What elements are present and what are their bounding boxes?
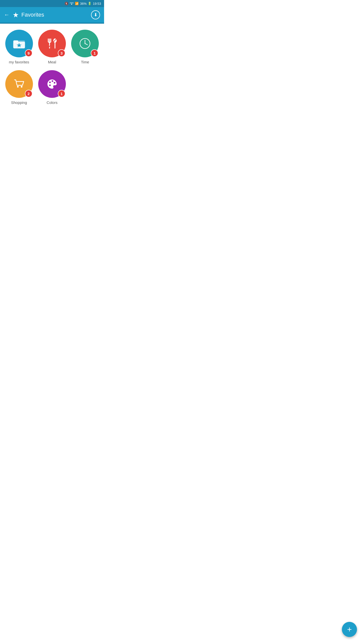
badge-time: 1: [91, 49, 98, 57]
svg-point-18: [54, 82, 56, 84]
svg-rect-2: [13, 41, 18, 43]
wifi-icon: [70, 2, 74, 6]
battery-text: 36%: [80, 2, 86, 6]
download-icon: ⬇: [94, 12, 98, 18]
label-time: Time: [81, 60, 89, 64]
badge-colors: 1: [58, 90, 65, 97]
palette-icon: [46, 78, 58, 90]
grid-item-shopping[interactable]: 2 Shopping: [4, 70, 34, 105]
fork-spoon-icon: [46, 37, 58, 50]
grid-item-colors[interactable]: 1 Colors: [37, 70, 67, 105]
download-button[interactable]: ⬇: [91, 10, 100, 19]
status-bar: 🔇 📶 36% 🔋 19:53: [0, 0, 104, 7]
back-button[interactable]: ←: [4, 12, 10, 18]
circle-wrap-my-favorites: 9: [5, 30, 33, 57]
svg-point-17: [52, 80, 53, 82]
label-meal: Meal: [48, 60, 56, 64]
circle-wrap-time: 1: [71, 30, 99, 57]
circle-wrap-shopping: 2: [5, 70, 33, 98]
star-folder-icon: [13, 37, 25, 50]
page-title: Favorites: [21, 12, 91, 18]
badge-meal: 3: [58, 49, 65, 57]
time-text: 19:53: [93, 2, 101, 6]
circle-wrap-meal: 3: [38, 30, 66, 57]
clock-icon: [79, 37, 91, 50]
signal-icon: 📶: [75, 2, 79, 5]
grid-item-meal[interactable]: 3 Meal: [37, 30, 67, 64]
svg-point-14: [17, 86, 19, 88]
star-icon: ★: [13, 11, 19, 19]
top-bar: ← ★ Favorites ⬇: [0, 7, 104, 23]
svg-point-16: [49, 82, 51, 83]
label-colors: Colors: [47, 100, 57, 105]
battery-icon: 🔋: [88, 2, 92, 5]
svg-point-15: [21, 86, 22, 88]
badge-my-favorites: 9: [25, 49, 32, 57]
grid-item-time[interactable]: 1 Time: [70, 30, 100, 64]
favorites-grid: 9 my favorites 3 Me: [0, 24, 104, 111]
cart-icon: [13, 78, 25, 90]
svg-point-13: [85, 43, 85, 44]
circle-wrap-colors: 1: [38, 70, 66, 98]
badge-shopping: 2: [25, 90, 32, 97]
grid-item-my-favorites[interactable]: 9 my favorites: [4, 30, 34, 64]
label-shopping: Shopping: [11, 100, 27, 105]
status-icons: 🔇 📶 36% 🔋 19:53: [65, 2, 101, 6]
svg-point-19: [49, 85, 51, 86]
mute-icon: 🔇: [65, 2, 68, 5]
label-my-favorites: my favorites: [9, 60, 29, 64]
svg-line-12: [85, 44, 87, 45]
